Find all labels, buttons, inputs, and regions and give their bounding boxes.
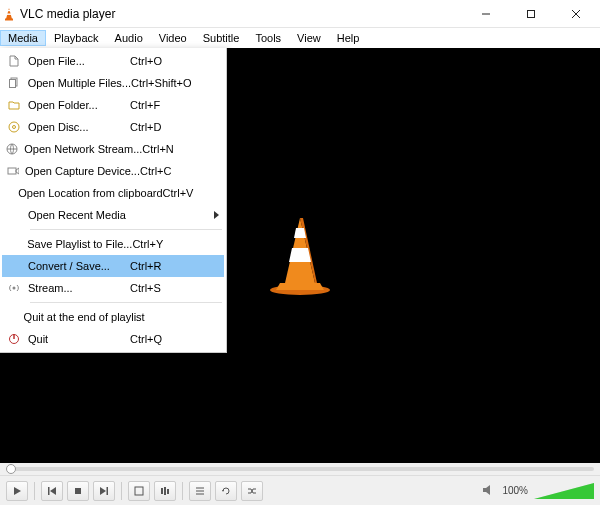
- network-icon: [2, 143, 22, 155]
- volume-group: 100%: [482, 482, 594, 500]
- menu-item[interactable]: Stream...Ctrl+S: [2, 277, 224, 299]
- menu-item[interactable]: Open Recent Media: [2, 204, 224, 226]
- svg-marker-23: [289, 248, 311, 262]
- svg-rect-34: [167, 489, 169, 494]
- menu-item-label: Open File...: [26, 55, 130, 67]
- menu-bar: MediaPlaybackAudioVideoSubtitleToolsView…: [0, 28, 600, 48]
- minimize-button[interactable]: [463, 0, 508, 28]
- svg-marker-22: [294, 228, 306, 238]
- shuffle-button[interactable]: [241, 481, 263, 501]
- stream-icon: [2, 282, 26, 294]
- menu-item-shortcut: Ctrl+N: [142, 143, 210, 155]
- svg-marker-41: [534, 483, 594, 499]
- quit-icon: [2, 333, 26, 345]
- app-icon: [2, 7, 16, 21]
- menu-video[interactable]: Video: [151, 30, 195, 46]
- menu-divider: [30, 302, 222, 303]
- menu-tools[interactable]: Tools: [247, 30, 289, 46]
- window-buttons: [463, 0, 598, 28]
- menu-item[interactable]: Quit at the end of playlist: [2, 306, 224, 328]
- close-button[interactable]: [553, 0, 598, 28]
- menu-item[interactable]: Open File...Ctrl+O: [2, 50, 224, 72]
- menu-item-shortcut: Ctrl+S: [130, 282, 210, 294]
- menu-item[interactable]: Save Playlist to File...Ctrl+Y: [2, 233, 224, 255]
- menu-item[interactable]: Open Location from clipboardCtrl+V: [2, 182, 224, 204]
- svg-point-15: [13, 287, 16, 290]
- menu-item-label: Quit at the end of playlist: [22, 311, 145, 323]
- svg-rect-28: [75, 488, 81, 494]
- svg-rect-2: [7, 10, 10, 11]
- seek-bar[interactable]: [0, 463, 600, 475]
- svg-rect-5: [527, 10, 534, 17]
- menu-item-label: Save Playlist to File...: [25, 238, 132, 250]
- file-icon: [2, 55, 26, 67]
- title-bar: VLC media player: [0, 0, 600, 28]
- svg-marker-19: [276, 283, 324, 290]
- svg-rect-26: [48, 487, 50, 495]
- menu-item-label: Quit: [26, 333, 130, 345]
- menu-item[interactable]: Open Multiple Files...Ctrl+Shift+O: [2, 72, 224, 94]
- play-button[interactable]: [6, 481, 28, 501]
- menu-media[interactable]: Media: [0, 30, 46, 46]
- menu-item[interactable]: QuitCtrl+Q: [2, 328, 224, 350]
- playlist-button[interactable]: [189, 481, 211, 501]
- stop-button[interactable]: [67, 481, 89, 501]
- fullscreen-button[interactable]: [128, 481, 150, 501]
- menu-item-label: Open Multiple Files...: [26, 77, 131, 89]
- svg-rect-32: [161, 488, 163, 494]
- menu-item[interactable]: Open Capture Device...Ctrl+C: [2, 160, 224, 182]
- menu-divider: [30, 229, 222, 230]
- svg-marker-38: [222, 490, 224, 492]
- mute-icon[interactable]: [482, 482, 496, 500]
- seek-thumb[interactable]: [6, 464, 16, 474]
- vlc-cone-logo: [265, 216, 335, 296]
- maximize-button[interactable]: [508, 0, 553, 28]
- next-button[interactable]: [93, 481, 115, 501]
- submenu-arrow-icon: [214, 211, 219, 219]
- menu-help[interactable]: Help: [329, 30, 368, 46]
- menu-view[interactable]: View: [289, 30, 329, 46]
- controls-bar: 100%: [0, 475, 600, 505]
- media-menu-dropdown: Open File...Ctrl+OOpen Multiple Files...…: [0, 48, 227, 353]
- menu-playback[interactable]: Playback: [46, 30, 107, 46]
- svg-rect-1: [5, 18, 13, 20]
- svg-rect-13: [8, 168, 16, 174]
- menu-item[interactable]: Open Folder...Ctrl+F: [2, 94, 224, 116]
- svg-rect-31: [135, 487, 143, 495]
- menu-item-label: Open Location from clipboard: [16, 187, 162, 199]
- menu-item[interactable]: Open Disc...Ctrl+D: [2, 116, 224, 138]
- svg-rect-33: [164, 487, 166, 495]
- menu-item-label: Stream...: [26, 282, 130, 294]
- menu-item-shortcut: Ctrl+D: [130, 121, 210, 133]
- menu-item-shortcut: Ctrl+Shift+O: [131, 77, 210, 89]
- volume-slider[interactable]: [534, 483, 594, 499]
- loop-button[interactable]: [215, 481, 237, 501]
- menu-item-shortcut: Ctrl+C: [140, 165, 210, 177]
- files-icon: [2, 77, 26, 89]
- window-title: VLC media player: [20, 7, 463, 21]
- menu-item-shortcut: Ctrl+Y: [132, 238, 210, 250]
- menu-item-shortcut: Ctrl+Q: [130, 333, 210, 345]
- disc-icon: [2, 121, 26, 133]
- svg-rect-3: [7, 13, 11, 14]
- svg-rect-30: [107, 487, 109, 495]
- menu-item-label: Open Capture Device...: [23, 165, 140, 177]
- menu-audio[interactable]: Audio: [107, 30, 151, 46]
- extended-settings-button[interactable]: [154, 481, 176, 501]
- menu-item-label: Open Disc...: [26, 121, 130, 133]
- menu-item-shortcut: Ctrl+R: [130, 260, 210, 272]
- menu-item-label: Open Folder...: [26, 99, 130, 111]
- menu-item[interactable]: Open Network Stream...Ctrl+N: [2, 138, 224, 160]
- svg-marker-29: [100, 487, 106, 495]
- volume-percent: 100%: [502, 485, 528, 496]
- folder-icon: [2, 99, 26, 111]
- menu-item-label: Convert / Save...: [26, 260, 130, 272]
- menu-item[interactable]: Convert / Save...Ctrl+R: [2, 255, 224, 277]
- svg-marker-27: [50, 487, 56, 495]
- svg-marker-25: [14, 487, 21, 495]
- svg-rect-9: [9, 80, 15, 88]
- menu-subtitle[interactable]: Subtitle: [195, 30, 248, 46]
- previous-button[interactable]: [41, 481, 63, 501]
- svg-point-10: [9, 122, 19, 132]
- svg-point-11: [13, 126, 16, 129]
